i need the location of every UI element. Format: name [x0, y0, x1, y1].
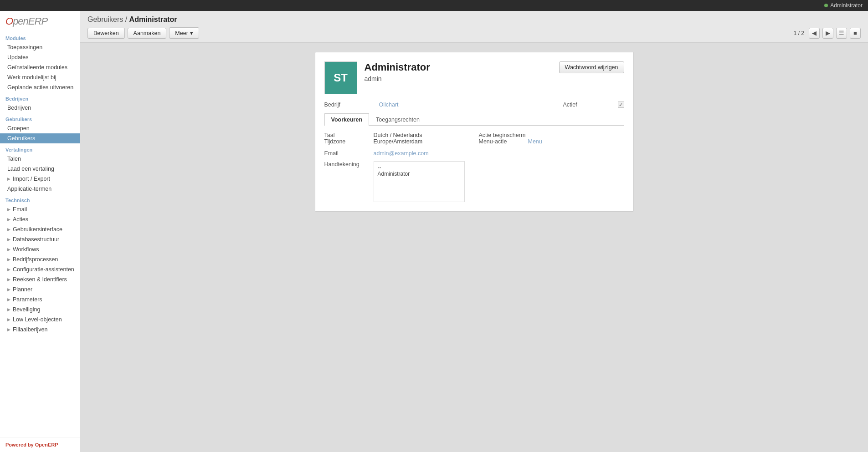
admin-indicator: Administrator	[824, 2, 863, 9]
sidebar-item-talen[interactable]: Talen	[0, 154, 80, 164]
sidebar-item-werk-modulelijst[interactable]: Werk modulelijst bij	[0, 72, 80, 82]
actie-beginscherm-label: Actie beginscherm	[479, 132, 526, 138]
sidebar-item-low-level-objecten[interactable]: Low Level-objecten	[0, 315, 80, 325]
breadcrumb-separator: /	[125, 15, 129, 23]
brand-name: OpenERP	[35, 442, 58, 447]
taal-field: Taal Dutch / Nederlands	[324, 132, 470, 138]
right-fields: Actie beginscherm Menu-actie Menu	[479, 132, 624, 145]
main-content: Gebruikers / Administrator Bewerken Aanm…	[80, 11, 868, 452]
tijdzone-field: Tijdzone Europe/Amsterdam	[324, 138, 470, 145]
user-header-right: Wachtwoord wijzigen	[559, 61, 624, 73]
logo[interactable]: OpenERP	[5, 15, 74, 27]
vertalingen-section-title: Vertalingen	[0, 143, 80, 154]
menu-actie-value[interactable]: Menu	[528, 138, 542, 145]
sidebar-item-geplande-acties[interactable]: Geplande acties uitvoeren	[0, 82, 80, 92]
change-password-button[interactable]: Wachtwoord wijzigen	[559, 61, 624, 73]
toolbar: Bewerken Aanmaken Meer ▾ 1 / 2 ◀ ▶ ☰ ■	[87, 27, 861, 39]
technisch-section-title: Technisch	[0, 194, 80, 204]
handtekening-line1: --	[378, 164, 461, 171]
company-row: Bedrijf Oilchart Actief ✓	[324, 102, 624, 108]
breadcrumb-current: Administrator	[129, 15, 177, 23]
sidebar-item-import-export[interactable]: Import / Export	[0, 174, 80, 184]
sidebar-item-bedrijfsprocessen[interactable]: Bedrijfsprocessen	[0, 254, 80, 264]
menu-actie-field: Menu-actie Menu	[479, 138, 624, 145]
sidebar-item-geinstalleerde-modules[interactable]: Geïnstalleerde modules	[0, 62, 80, 72]
preferences-fields: Taal Dutch / Nederlands Tijdzone Europe/…	[324, 132, 624, 145]
form-card: ST Administrator admin Wachtwoord wijzig…	[315, 52, 634, 212]
actief-label: Actief	[563, 102, 618, 108]
tijdzone-label: Tijdzone	[324, 138, 370, 145]
handtekening-box[interactable]: -- Administrator	[374, 161, 465, 202]
admin-status-dot	[824, 4, 828, 7]
sidebar-item-laad-vertaling[interactable]: Laad een vertaling	[0, 164, 80, 174]
meer-chevron-icon: ▾	[190, 30, 193, 36]
toolbar-right: 1 / 2 ◀ ▶ ☰ ■	[794, 28, 861, 39]
actief-checkbox[interactable]: ✓	[618, 102, 624, 108]
user-header: ST Administrator admin Wachtwoord wijzig…	[324, 61, 624, 94]
tijdzone-value: Europe/Amsterdam	[374, 138, 423, 145]
sidebar-item-reeksen-identifiers[interactable]: Reeksen & Identifiers	[0, 274, 80, 284]
sidebar-item-gebruikers[interactable]: Gebruikers	[0, 133, 80, 143]
taal-value: Dutch / Nederlands	[374, 132, 422, 138]
sidebar-item-configuratie-assistenten[interactable]: Configuratie-assistenten	[0, 264, 80, 274]
sidebar: OpenERP Modules Toepassingen Updates Geï…	[0, 11, 80, 452]
menu-actie-label: Menu-actie	[479, 138, 524, 145]
sidebar-item-updates[interactable]: Updates	[0, 52, 80, 62]
user-name: Administrator	[365, 61, 430, 73]
email-row: Email admin@example.com	[324, 150, 624, 157]
sidebar-item-workflows[interactable]: Workflows	[0, 244, 80, 254]
sidebar-item-filiaalberijven[interactable]: Filiaalberijven	[0, 325, 80, 335]
next-page-button[interactable]: ▶	[822, 28, 833, 39]
content-body: ST Administrator admin Wachtwoord wijzig…	[80, 43, 868, 452]
sidebar-item-planner[interactable]: Planner	[0, 284, 80, 295]
tab-voorkeuren[interactable]: Voorkeuren	[324, 113, 370, 126]
handtekening-line2: Administrator	[378, 171, 461, 177]
aanmaken-button[interactable]: Aanmaken	[128, 28, 167, 39]
topbar: Administrator	[0, 0, 868, 11]
handtekening-row: Handtekening -- Administrator	[324, 161, 624, 202]
list-view-button[interactable]: ☰	[836, 28, 847, 39]
breadcrumb: Gebruikers / Administrator	[87, 15, 861, 24]
email-value[interactable]: admin@example.com	[374, 150, 429, 157]
tab-content-voorkeuren: Taal Dutch / Nederlands Tijdzone Europe/…	[324, 132, 624, 202]
sidebar-item-groepen[interactable]: Groepen	[0, 123, 80, 133]
sidebar-item-databasestructuur[interactable]: Databasestructuur	[0, 234, 80, 244]
meer-label: Meer	[175, 30, 188, 36]
sidebar-item-applicatie-termen[interactable]: Applicatie-termen	[0, 184, 80, 194]
bedrijf-label: Bedrijf	[324, 102, 379, 108]
content-header: Gebruikers / Administrator Bewerken Aanm…	[80, 11, 868, 43]
email-label: Email	[324, 150, 370, 157]
sidebar-item-email[interactable]: Email	[0, 204, 80, 214]
pagination-text: 1 / 2	[794, 30, 804, 36]
tab-toegangsrechten[interactable]: Toegangsrechten	[369, 113, 426, 126]
bewerken-button[interactable]: Bewerken	[87, 28, 125, 39]
sidebar-item-acties[interactable]: Acties	[0, 214, 80, 224]
sidebar-item-parameters[interactable]: Parameters	[0, 295, 80, 305]
grid-view-button[interactable]: ■	[850, 28, 861, 39]
sidebar-item-bedrijven[interactable]: Bedrijven	[0, 103, 80, 113]
sidebar-footer: Powered by OpenERP	[0, 437, 80, 452]
user-avatar: ST	[324, 61, 357, 94]
left-fields: Taal Dutch / Nederlands Tijdzone Europe/…	[324, 132, 470, 145]
breadcrumb-parent[interactable]: Gebruikers	[87, 15, 123, 23]
sidebar-item-toepassingen[interactable]: Toepassingen	[0, 42, 80, 52]
avatar-initials: ST	[334, 71, 348, 84]
taal-label: Taal	[324, 132, 370, 138]
modules-section-title: Modules	[0, 32, 80, 42]
meer-button[interactable]: Meer ▾	[169, 27, 199, 39]
user-login: admin	[365, 75, 430, 82]
prev-page-button[interactable]: ◀	[809, 28, 820, 39]
handtekening-label: Handtekening	[324, 161, 370, 168]
gebruikers-section-title: Gebruikers	[0, 113, 80, 123]
actie-beginscherm-field: Actie beginscherm	[479, 132, 624, 138]
powered-by-text: Powered by	[5, 442, 35, 447]
sidebar-item-beveiliging[interactable]: Beveiliging	[0, 305, 80, 315]
form-tabs: Voorkeuren Toegangsrechten	[324, 113, 624, 126]
email-field: Email admin@example.com	[324, 150, 624, 157]
logo-area: OpenERP	[0, 11, 80, 32]
admin-label: Administrator	[830, 2, 863, 9]
toolbar-left: Bewerken Aanmaken Meer ▾	[87, 27, 199, 39]
sidebar-item-gebruikersinterface[interactable]: Gebruikersinterface	[0, 224, 80, 234]
bedrijf-value[interactable]: Oilchart	[379, 102, 399, 108]
bedrijven-section-title: Bedrijven	[0, 92, 80, 103]
